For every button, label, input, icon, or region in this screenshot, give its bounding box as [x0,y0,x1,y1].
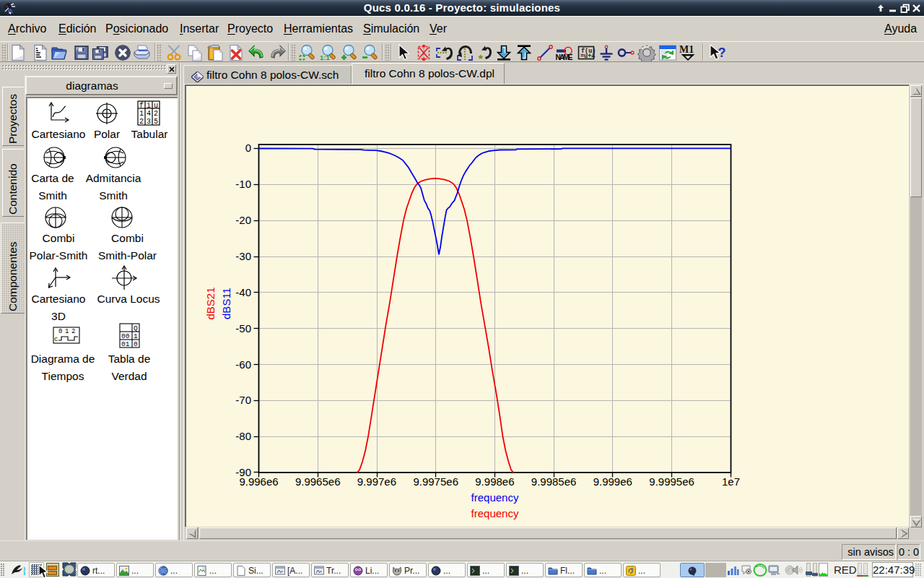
svg-text:2: 2 [71,328,75,335]
svg-text:-50: -50 [235,322,251,335]
svg-text:2: 2 [154,110,158,118]
svg-text:dBS21: dBS21 [204,287,217,319]
svg-text:dBS11: dBS11 [220,288,232,319]
svg-text:0: 0 [58,328,62,335]
svg-text:9.999e6: 9.999e6 [593,475,632,488]
svg-text:9.998e6: 9.998e6 [475,475,514,488]
svg-text:-40: -40 [235,286,251,298]
svg-text:-70: -70 [235,394,251,406]
svg-text:NAME: NAME [556,53,573,61]
svg-text:9.996e6: 9.996e6 [239,475,278,488]
svg-text:frequency: frequency [471,491,519,504]
svg-text:-30: -30 [235,250,251,262]
svg-text:1: 1 [139,110,144,118]
svg-text:-60: -60 [235,358,251,371]
svg-text:0: 0 [134,340,138,348]
svg-text:1:1: 1:1 [320,53,330,61]
svg-text:-80: -80 [235,430,251,442]
svg-text:Q: Q [134,324,138,332]
svg-text:01: 01 [121,340,130,348]
svg-text:4: 4 [147,110,151,118]
svg-text:3: 3 [147,118,151,126]
svg-text:-20: -20 [235,214,251,226]
svg-text:frequency: frequency [471,507,519,519]
svg-text:u: u [154,102,158,110]
svg-text:-10: -10 [235,178,251,190]
svg-text:0: 0 [245,142,251,154]
svg-text:=u+4: =u+4 [580,53,595,60]
svg-text:1: 1 [65,328,69,335]
svg-text:?: ? [718,46,726,60]
svg-text:2: 2 [139,118,144,126]
svg-text:9.9975e6: 9.9975e6 [413,475,458,488]
svg-text:1: 1 [134,332,138,340]
svg-text:i: i [147,102,151,110]
svg-text:9.997e6: 9.997e6 [357,475,396,488]
svg-text:5: 5 [154,118,158,126]
svg-text:9.9985e6: 9.9985e6 [531,475,577,488]
svg-text:c: c [54,336,58,343]
svg-text:00: 00 [121,332,130,340]
svg-text:1e7: 1e7 [722,475,740,488]
svg-text:9.9965e6: 9.9965e6 [295,475,341,488]
svg-text:M1: M1 [679,44,694,55]
svg-text:9.9995e6: 9.9995e6 [649,475,694,488]
svg-text:f: f [139,102,144,110]
